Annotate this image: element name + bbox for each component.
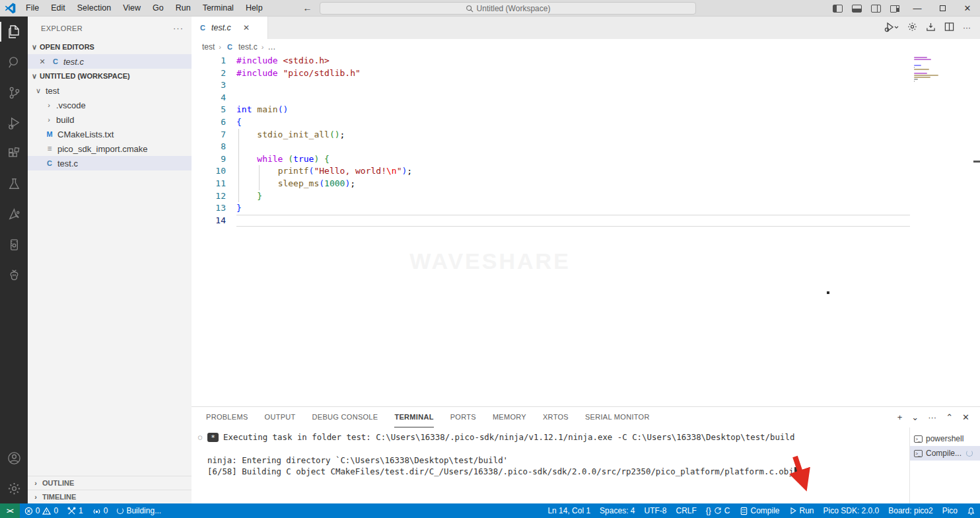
section-outline[interactable]: ›OUTLINE bbox=[28, 476, 192, 490]
status-language-status[interactable]: {}C bbox=[701, 503, 735, 518]
activitybar-pico-project-icon[interactable] bbox=[0, 229, 28, 260]
code-line-8[interactable]: 8 bbox=[192, 141, 980, 153]
status-pico-sdk[interactable]: Pico SDK: 2.0.0 bbox=[819, 503, 884, 518]
activitybar-settings-icon[interactable] bbox=[0, 473, 28, 503]
new-terminal-icon[interactable]: + bbox=[897, 412, 903, 422]
nav-back-button[interactable]: ← bbox=[303, 3, 312, 13]
code-line-2[interactable]: 2#include "pico/stdlib.h" bbox=[192, 67, 980, 80]
activitybar-testing-icon[interactable] bbox=[0, 168, 28, 199]
code-line-6[interactable]: 6{ bbox=[192, 116, 980, 129]
section-timeline[interactable]: ›TIMELINE bbox=[28, 490, 192, 503]
panel-tab-xrtos[interactable]: XRTOS bbox=[543, 407, 569, 427]
minimap[interactable] bbox=[914, 57, 942, 85]
toggle-secondary-sidebar-icon[interactable] bbox=[871, 5, 881, 13]
status-encoding[interactable]: UTF-8 bbox=[639, 503, 671, 518]
run-c-file-button[interactable] bbox=[884, 22, 899, 34]
tab-test-c[interactable]: C test.c ✕ bbox=[192, 17, 268, 39]
tree-item-cmakelists-txt[interactable]: MCMakeLists.txt bbox=[28, 127, 192, 141]
code-editor[interactable]: WAVESHARE 1#include <stdio.h>2#include "… bbox=[192, 55, 980, 406]
menu-file[interactable]: File bbox=[20, 0, 45, 17]
menu-go[interactable]: Go bbox=[147, 0, 170, 17]
code-line-11[interactable]: 11 sleep_ms(1000); bbox=[192, 178, 980, 190]
flash-download-icon[interactable] bbox=[926, 22, 936, 34]
status-cursor-position[interactable]: Ln 14, Col 1 bbox=[543, 503, 595, 518]
panel-more-icon[interactable]: ··· bbox=[928, 412, 936, 422]
code-line-3[interactable]: 3 bbox=[192, 79, 980, 92]
menu-run[interactable]: Run bbox=[170, 0, 197, 17]
panel-tab-memory[interactable]: MEMORY bbox=[493, 407, 526, 427]
menu-help[interactable]: Help bbox=[240, 0, 269, 17]
code-line-5[interactable]: 5int main() bbox=[192, 104, 980, 116]
status-pico[interactable]: Pico bbox=[938, 503, 962, 518]
tree-item-test-c[interactable]: Ctest.c bbox=[28, 156, 192, 170]
status-building[interactable]: Building... bbox=[112, 503, 166, 518]
remote-indicator[interactable]: >< bbox=[0, 503, 20, 518]
status-tools[interactable]: 1 bbox=[63, 503, 88, 518]
code-line-14[interactable]: 14 bbox=[192, 215, 980, 227]
explorer-more-actions-icon[interactable]: ··· bbox=[173, 23, 184, 33]
close-button[interactable]: ✕ bbox=[955, 0, 980, 17]
panel-tab-serial-monitor[interactable]: SERIAL MONITOR bbox=[585, 407, 650, 427]
code-line-9[interactable]: 9 while (true) { bbox=[192, 153, 980, 166]
activitybar-cmake-icon[interactable] bbox=[0, 199, 28, 229]
terminal-dropdown-icon[interactable]: ⌄ bbox=[911, 412, 919, 422]
activitybar-run-debug-icon[interactable] bbox=[0, 108, 28, 138]
tree-item--vscode[interactable]: ›.vscode bbox=[28, 98, 192, 112]
code-line-7[interactable]: 7 stdio_init_all(); bbox=[192, 129, 980, 141]
open-editor-item[interactable]: ✕Ctest.c bbox=[28, 54, 192, 69]
breadcrumb-segment[interactable]: … bbox=[267, 42, 275, 52]
activitybar-account-icon[interactable] bbox=[0, 443, 28, 473]
status-notifications[interactable] bbox=[962, 503, 980, 518]
settings-gear-icon[interactable] bbox=[907, 22, 917, 34]
menu-view[interactable]: View bbox=[117, 0, 147, 17]
code-line-1[interactable]: 1#include <stdio.h> bbox=[192, 55, 980, 67]
command-center-search[interactable]: Untitled (Workspace) bbox=[320, 2, 696, 15]
code-line-4[interactable]: 4 bbox=[192, 92, 980, 104]
activitybar-explorer-icon[interactable] bbox=[0, 17, 28, 47]
status-eol[interactable]: CRLF bbox=[671, 503, 701, 518]
status-board[interactable]: Board: pico2 bbox=[884, 503, 937, 518]
panel-tab-ports[interactable]: PORTS bbox=[450, 407, 476, 427]
menu-terminal[interactable]: Terminal bbox=[197, 0, 240, 17]
split-editor-icon[interactable] bbox=[944, 22, 954, 34]
menu-selection[interactable]: Selection bbox=[71, 0, 117, 17]
tree-item-test[interactable]: ∨test bbox=[28, 83, 192, 98]
panel-tab-terminal[interactable]: TERMINAL bbox=[394, 407, 433, 427]
tree-item-pico-sdk-import-cmake[interactable]: ≡pico_sdk_import.cmake bbox=[28, 141, 192, 156]
code-line-13[interactable]: 13} bbox=[192, 202, 980, 215]
more-actions-icon[interactable]: ··· bbox=[963, 23, 971, 32]
terminal-output[interactable]: ○*Executing task in folder test: C:\User… bbox=[192, 427, 909, 503]
close-panel-icon[interactable]: ✕ bbox=[962, 412, 969, 422]
panel-tab-problems[interactable]: PROBLEMS bbox=[206, 407, 248, 427]
status-run[interactable]: Run bbox=[785, 503, 819, 518]
menu-edit[interactable]: Edit bbox=[45, 0, 71, 17]
panel-tab-output[interactable]: OUTPUT bbox=[265, 407, 296, 427]
minimize-button[interactable]: — bbox=[905, 0, 930, 17]
tab-close-icon[interactable]: ✕ bbox=[243, 23, 250, 32]
customize-layout-icon[interactable] bbox=[890, 5, 900, 13]
maximize-panel-icon[interactable]: ⌃ bbox=[946, 412, 953, 422]
restore-button[interactable] bbox=[930, 0, 955, 17]
command-decoration-icon[interactable]: ○ bbox=[198, 431, 207, 443]
open-editors-header[interactable]: ∨ OPEN EDITORS bbox=[28, 40, 192, 54]
activitybar-search-icon[interactable] bbox=[0, 47, 28, 77]
breadcrumb-segment[interactable]: test bbox=[202, 42, 215, 52]
close-editor-icon[interactable]: ✕ bbox=[37, 57, 48, 66]
status-indentation[interactable]: Spaces: 4 bbox=[595, 503, 639, 518]
breadcrumb[interactable]: test›Ctest.c›… bbox=[192, 39, 980, 55]
terminal-instance-powershell[interactable]: >_powershell bbox=[910, 431, 980, 446]
activitybar-raspberry-pi-icon[interactable] bbox=[0, 260, 28, 290]
code-line-12[interactable]: 12 } bbox=[192, 190, 980, 203]
activitybar-extensions-icon[interactable] bbox=[0, 138, 28, 168]
terminal-instance-compile[interactable]: >_Compile... bbox=[910, 446, 980, 461]
tree-item-build[interactable]: ›build bbox=[28, 112, 192, 127]
status-compile[interactable]: Compile bbox=[735, 503, 785, 518]
toggle-panel-icon[interactable] bbox=[852, 5, 862, 13]
code-line-10[interactable]: 10 printf("Hello, world!\n"); bbox=[192, 165, 980, 178]
workspace-header[interactable]: ∨ UNTITLED (WORKSPACE) bbox=[28, 69, 192, 83]
breadcrumb-segment[interactable]: test.c bbox=[238, 42, 258, 52]
toggle-sidebar-icon[interactable] bbox=[833, 5, 843, 13]
status-broadcast[interactable]: 0 bbox=[88, 503, 113, 518]
status-problems[interactable]: 00 bbox=[20, 503, 63, 518]
activitybar-source-control-icon[interactable] bbox=[0, 77, 28, 108]
